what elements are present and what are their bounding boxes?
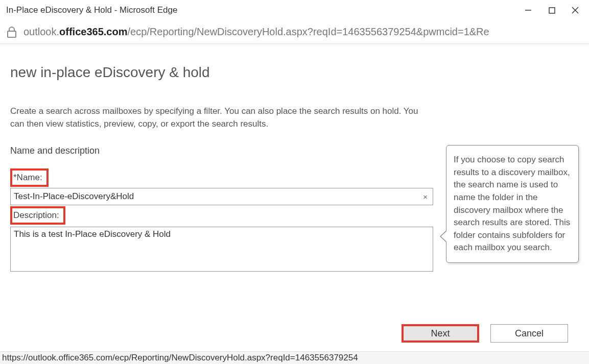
next-button[interactable]: Next [402, 324, 479, 343]
form-area: Create a search across mailboxes by spec… [10, 105, 434, 274]
name-label: *Name: [10, 168, 49, 187]
window-controls [516, 2, 587, 18]
callout-arrow-icon [440, 230, 446, 242]
description-input[interactable] [10, 227, 433, 272]
address-domain: office365.com [59, 26, 127, 37]
section-heading: Name and description [10, 145, 434, 156]
description-label: Description: [10, 206, 65, 225]
svg-rect-1 [549, 8, 555, 13]
maximize-button[interactable] [540, 2, 563, 18]
address-path: /ecp/Reporting/NewDiscoveryHold.aspx?req… [127, 26, 489, 37]
minimize-button[interactable] [516, 2, 540, 18]
name-label-wrap: *Name: [10, 168, 434, 187]
svg-rect-4 [8, 31, 16, 37]
button-row: Next Cancel [402, 324, 568, 343]
address-subdomain: outlook. [23, 26, 59, 37]
cancel-button[interactable]: Cancel [490, 324, 568, 343]
close-button[interactable] [563, 2, 587, 18]
status-bar: https://outlook.office365.com/ecp/Report… [0, 351, 589, 364]
window-title-bar: In-Place eDiscovery & Hold - Microsoft E… [0, 0, 589, 20]
description-label-wrap: Description: [10, 206, 434, 225]
lock-icon [5, 26, 18, 39]
address-url: outlook.office365.com/ecp/Reporting/NewD… [23, 26, 489, 38]
help-callout: If you choose to copy search results to … [446, 145, 579, 263]
page-title: new in-place eDiscovery & hold [10, 64, 579, 81]
intro-text: Create a search across mailboxes by spec… [10, 105, 434, 130]
name-input[interactable] [14, 191, 421, 202]
window-title: In-Place eDiscovery & Hold - Microsoft E… [6, 5, 177, 15]
name-input-wrap: × [10, 188, 433, 205]
clear-input-icon[interactable]: × [421, 192, 430, 201]
address-bar[interactable]: outlook.office365.com/ecp/Reporting/NewD… [0, 20, 589, 44]
help-callout-text: If you choose to copy search results to … [454, 154, 571, 254]
